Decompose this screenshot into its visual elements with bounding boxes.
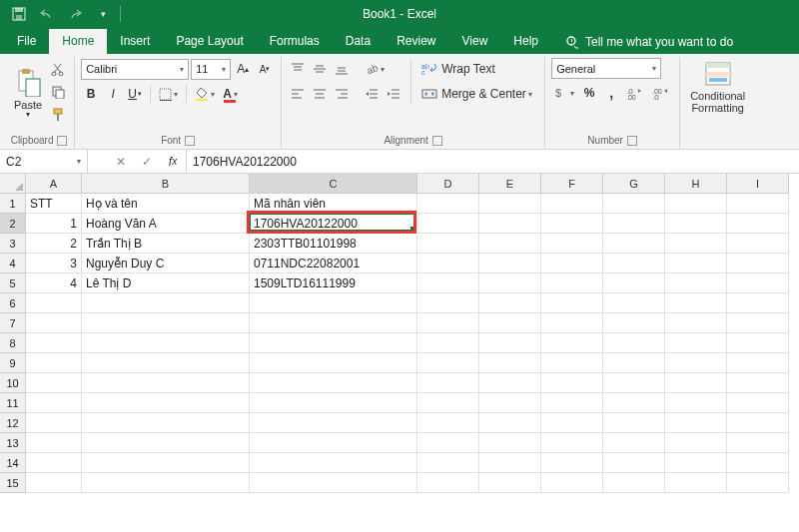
enter-icon[interactable]: ✓: [134, 155, 160, 169]
cell-F12[interactable]: [541, 413, 603, 433]
increase-font-icon[interactable]: A▴: [233, 58, 253, 80]
tab-view[interactable]: View: [449, 29, 501, 54]
fill-color-icon[interactable]: [192, 83, 218, 105]
cell-B4[interactable]: Nguyễn Duy C: [82, 254, 250, 273]
cell-G15[interactable]: [603, 473, 665, 493]
col-header-D[interactable]: D: [417, 174, 479, 194]
row-header-9[interactable]: 9: [0, 353, 26, 373]
cell-A1[interactable]: STT: [26, 194, 82, 214]
cell-C12[interactable]: [250, 413, 417, 433]
cell-H1[interactable]: [665, 194, 727, 214]
cell-G5[interactable]: [603, 273, 665, 293]
cell-D11[interactable]: [417, 393, 479, 413]
cell-D5[interactable]: [417, 273, 479, 293]
decrease-indent-icon[interactable]: [362, 83, 382, 105]
cell-I15[interactable]: [727, 473, 789, 493]
cell-E9[interactable]: [479, 353, 541, 373]
cell-C11[interactable]: [250, 393, 417, 413]
align-right-icon[interactable]: [332, 83, 352, 105]
cell-I4[interactable]: [727, 254, 789, 273]
cell-B8[interactable]: [82, 333, 250, 353]
cell-I6[interactable]: [727, 293, 789, 313]
cell-E10[interactable]: [479, 373, 541, 393]
row-headers[interactable]: 123456789101112131415: [0, 194, 26, 532]
cell-D14[interactable]: [417, 453, 479, 473]
row-header-5[interactable]: 5: [0, 273, 26, 293]
cell-C1[interactable]: Mã nhân viên: [250, 194, 417, 214]
number-format-combo[interactable]: General▾: [551, 58, 661, 79]
cell-B5[interactable]: Lê Thị D: [82, 273, 250, 293]
wrap-text-button[interactable]: abcWrap Text: [418, 58, 538, 80]
clipboard-dialog-launcher[interactable]: [57, 136, 67, 146]
row-header-12[interactable]: 12: [0, 413, 26, 433]
row-header-4[interactable]: 4: [0, 254, 26, 273]
cell-I7[interactable]: [727, 313, 789, 333]
increase-decimal-icon[interactable]: .0.00: [623, 82, 647, 104]
col-header-H[interactable]: H: [665, 174, 727, 194]
cell-H3[interactable]: [665, 234, 727, 254]
tab-data[interactable]: Data: [333, 29, 384, 54]
copy-icon[interactable]: [48, 81, 68, 103]
cell-D2[interactable]: [417, 214, 479, 234]
cell-H13[interactable]: [665, 433, 727, 453]
align-center-icon[interactable]: [310, 83, 330, 105]
cell-D13[interactable]: [417, 433, 479, 453]
tab-formulas[interactable]: Formulas: [257, 29, 333, 54]
cell-A4[interactable]: 3: [26, 254, 82, 273]
cell-A15[interactable]: [26, 473, 82, 493]
tab-insert[interactable]: Insert: [107, 29, 163, 54]
cell-F8[interactable]: [541, 333, 603, 353]
cell-D3[interactable]: [417, 234, 479, 254]
cell-E12[interactable]: [479, 413, 541, 433]
cell-G14[interactable]: [603, 453, 665, 473]
tab-file[interactable]: File: [4, 29, 49, 54]
cell-G2[interactable]: [603, 214, 665, 234]
cell-E2[interactable]: [479, 214, 541, 234]
cell-C7[interactable]: [250, 313, 417, 333]
orientation-icon[interactable]: ab: [362, 58, 388, 80]
cell-C6[interactable]: [250, 293, 417, 313]
row-header-8[interactable]: 8: [0, 333, 26, 353]
align-middle-icon[interactable]: [310, 58, 330, 80]
percent-format-icon[interactable]: %: [579, 82, 599, 104]
underline-button[interactable]: U▾: [125, 83, 145, 105]
cell-A10[interactable]: [26, 373, 82, 393]
cell-I2[interactable]: [727, 214, 789, 234]
cell-F7[interactable]: [541, 313, 603, 333]
cell-E6[interactable]: [479, 293, 541, 313]
cell-F2[interactable]: [541, 214, 603, 234]
cell-F11[interactable]: [541, 393, 603, 413]
cell-H15[interactable]: [665, 473, 727, 493]
cell-D1[interactable]: [417, 194, 479, 214]
cell-E5[interactable]: [479, 273, 541, 293]
cell-A2[interactable]: 1: [26, 214, 82, 234]
font-name-combo[interactable]: Calibri▾: [81, 59, 189, 80]
cell-D4[interactable]: [417, 254, 479, 273]
cell-G3[interactable]: [603, 234, 665, 254]
cell-E13[interactable]: [479, 433, 541, 453]
cell-G13[interactable]: [603, 433, 665, 453]
italic-button[interactable]: I: [103, 83, 123, 105]
cell-I5[interactable]: [727, 273, 789, 293]
fx-icon[interactable]: fx: [160, 155, 186, 169]
cell-F10[interactable]: [541, 373, 603, 393]
cell-I9[interactable]: [727, 353, 789, 373]
cell-G11[interactable]: [603, 393, 665, 413]
worksheet-grid[interactable]: ABCDEFGHI 123456789101112131415 STTHọ và…: [0, 174, 799, 532]
paste-button[interactable]: Paste▾: [10, 65, 46, 120]
font-size-combo[interactable]: 11▾: [191, 59, 231, 80]
alignment-dialog-launcher[interactable]: [432, 136, 442, 146]
row-header-13[interactable]: 13: [0, 433, 26, 453]
name-box[interactable]: C2▾: [0, 150, 88, 173]
cell-E4[interactable]: [479, 254, 541, 273]
cut-icon[interactable]: [48, 58, 68, 80]
conditional-formatting-button[interactable]: Conditional Formatting: [686, 58, 749, 114]
redo-icon[interactable]: [62, 2, 88, 26]
cell-G10[interactable]: [603, 373, 665, 393]
cell-E7[interactable]: [479, 313, 541, 333]
cell-C8[interactable]: [250, 333, 417, 353]
decrease-font-icon[interactable]: A▾: [255, 58, 275, 80]
cell-C15[interactable]: [250, 473, 417, 493]
cell-F6[interactable]: [541, 293, 603, 313]
column-headers[interactable]: ABCDEFGHI: [26, 174, 789, 194]
